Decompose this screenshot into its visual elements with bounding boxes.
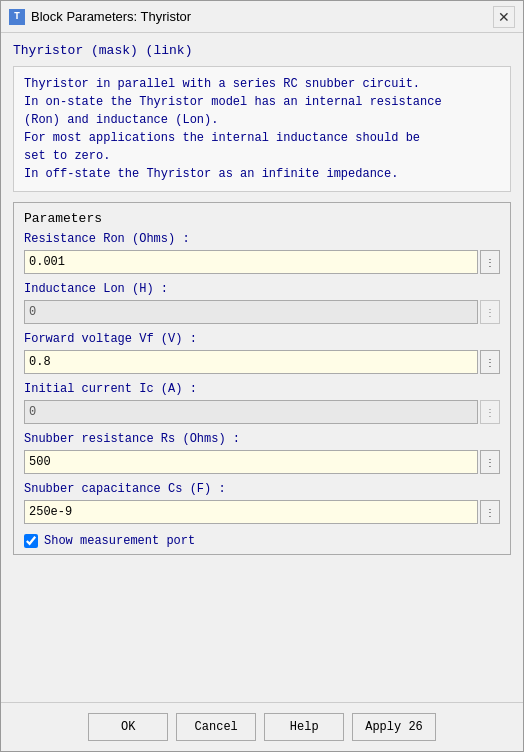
desc-line-5: set to zero. xyxy=(24,147,500,165)
help-button[interactable]: Help xyxy=(264,713,344,741)
icon-letter: T xyxy=(14,11,20,22)
param-group-snubber-resistance: Snubber resistance Rs (Ohms) : ⋮ xyxy=(24,432,500,474)
header-label: Thyristor (mask) (link) xyxy=(13,43,511,58)
snubber-resistance-label: Snubber resistance Rs (Ohms) : xyxy=(24,432,500,446)
forward-voltage-dropdown[interactable]: ⋮ xyxy=(480,350,500,374)
inductance-lon-row: ⋮ xyxy=(24,300,500,324)
forward-voltage-row: ⋮ xyxy=(24,350,500,374)
close-button[interactable]: ✕ xyxy=(493,6,515,28)
snubber-resistance-input[interactable] xyxy=(24,450,478,474)
desc-line-4: For most applications the internal induc… xyxy=(24,129,500,147)
desc-line-6: In off-state the Thyristor as an infinit… xyxy=(24,165,500,183)
footer: OK Cancel Help Apply 26 xyxy=(1,702,523,751)
inductance-lon-dropdown[interactable]: ⋮ xyxy=(480,300,500,324)
snubber-capacitance-input[interactable] xyxy=(24,500,478,524)
param-group-initial-current: Initial current Ic (A) : ⋮ xyxy=(24,382,500,424)
snubber-capacitance-row: ⋮ xyxy=(24,500,500,524)
initial-current-label: Initial current Ic (A) : xyxy=(24,382,500,396)
desc-line-2: In on-state the Thyristor model has an i… xyxy=(24,93,500,111)
content-area: Thyristor (mask) (link) Thyristor in par… xyxy=(1,33,523,702)
resistance-ron-label: Resistance Ron (Ohms) : xyxy=(24,232,500,246)
param-group-forward-voltage: Forward voltage Vf (V) : ⋮ xyxy=(24,332,500,374)
desc-line-3: (Ron) and inductance (Lon). xyxy=(24,111,500,129)
window-title: Block Parameters: Thyristor xyxy=(31,9,191,24)
inductance-lon-input[interactable] xyxy=(24,300,478,324)
snubber-resistance-dropdown[interactable]: ⋮ xyxy=(480,450,500,474)
parameters-label: Parameters xyxy=(24,211,500,226)
resistance-ron-input[interactable] xyxy=(24,250,478,274)
cancel-button[interactable]: Cancel xyxy=(176,713,256,741)
show-measurement-label[interactable]: Show measurement port xyxy=(44,534,195,548)
resistance-ron-row: ⋮ xyxy=(24,250,500,274)
forward-voltage-input[interactable] xyxy=(24,350,478,374)
checkbox-row: Show measurement port xyxy=(24,532,500,550)
apply-button[interactable]: Apply 26 xyxy=(352,713,436,741)
snubber-resistance-row: ⋮ xyxy=(24,450,500,474)
forward-voltage-label: Forward voltage Vf (V) : xyxy=(24,332,500,346)
show-measurement-checkbox[interactable] xyxy=(24,534,38,548)
ok-button[interactable]: OK xyxy=(88,713,168,741)
initial-current-dropdown[interactable]: ⋮ xyxy=(480,400,500,424)
initial-current-input[interactable] xyxy=(24,400,478,424)
initial-current-row: ⋮ xyxy=(24,400,500,424)
window-icon: T xyxy=(9,9,25,25)
param-group-resistance-ron: Resistance Ron (Ohms) : ⋮ xyxy=(24,232,500,274)
parameters-section: Parameters Resistance Ron (Ohms) : ⋮ Ind… xyxy=(13,202,511,555)
snubber-capacitance-label: Snubber capacitance Cs (F) : xyxy=(24,482,500,496)
param-group-snubber-capacitance: Snubber capacitance Cs (F) : ⋮ xyxy=(24,482,500,524)
main-window: T Block Parameters: Thyristor ✕ Thyristo… xyxy=(0,0,524,752)
title-bar: T Block Parameters: Thyristor ✕ xyxy=(1,1,523,33)
title-bar-left: T Block Parameters: Thyristor xyxy=(9,9,191,25)
snubber-capacitance-dropdown[interactable]: ⋮ xyxy=(480,500,500,524)
desc-line-1: Thyristor in parallel with a series RC s… xyxy=(24,75,500,93)
description-box: Thyristor in parallel with a series RC s… xyxy=(13,66,511,192)
param-group-inductance-lon: Inductance Lon (H) : ⋮ xyxy=(24,282,500,324)
resistance-ron-dropdown[interactable]: ⋮ xyxy=(480,250,500,274)
inductance-lon-label: Inductance Lon (H) : xyxy=(24,282,500,296)
